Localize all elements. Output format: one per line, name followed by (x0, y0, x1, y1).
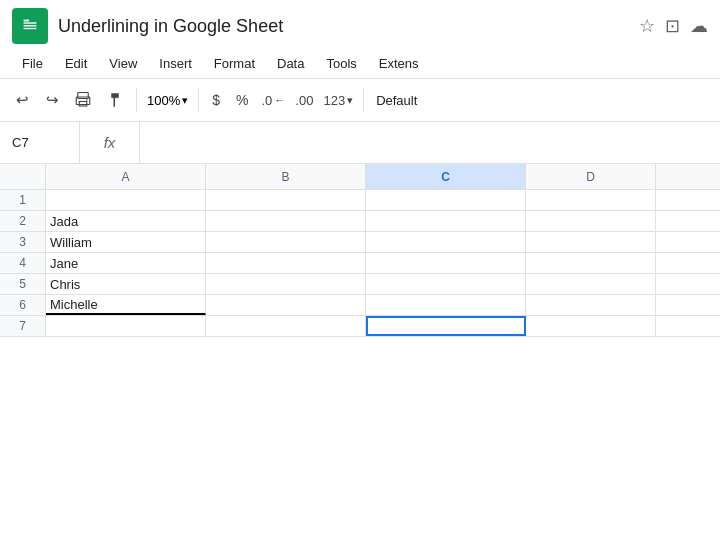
table-row: 4 Jane (0, 253, 720, 274)
currency-button[interactable]: $ (205, 89, 227, 111)
cell-b3[interactable] (206, 232, 366, 252)
cloud-icon[interactable]: ☁ (690, 15, 708, 37)
row-number: 6 (0, 295, 46, 315)
decimal-more-button[interactable]: .00 (291, 90, 317, 111)
cell-a1[interactable] (46, 190, 206, 210)
cell-a2[interactable]: Jada (46, 211, 206, 231)
svg-rect-1 (24, 22, 37, 23)
row-number: 4 (0, 253, 46, 273)
cell-d5[interactable] (526, 274, 656, 294)
menu-extensions[interactable]: Extens (369, 52, 429, 75)
title-icons: ☆ ⊡ ☁ (639, 15, 708, 37)
cell-d7[interactable] (526, 316, 656, 336)
cell-b4[interactable] (206, 253, 366, 273)
cell-reference[interactable]: C7 (0, 122, 80, 163)
cell-c1[interactable] (366, 190, 526, 210)
cell-d6[interactable] (526, 295, 656, 315)
cell-a6[interactable]: Michelle (46, 295, 206, 315)
cell-d4[interactable] (526, 253, 656, 273)
redo-button[interactable]: ↪ (38, 87, 66, 113)
menu-tools[interactable]: Tools (316, 52, 366, 75)
table-row: 5 Chris (0, 274, 720, 295)
table-row: 2 Jada (0, 211, 720, 232)
zoom-selector[interactable]: 100% ▾ (143, 91, 192, 110)
spreadsheet-grid: A B C D 1 2 Jada 3 William 4 (0, 164, 720, 337)
col-header-b[interactable]: B (206, 164, 366, 189)
cell-b5[interactable] (206, 274, 366, 294)
cell-d2[interactable] (526, 211, 656, 231)
col-header-a[interactable]: A (46, 164, 206, 189)
row-number: 2 (0, 211, 46, 231)
row-number: 5 (0, 274, 46, 294)
cell-b7[interactable] (206, 316, 366, 336)
table-row: 3 William (0, 232, 720, 253)
cell-c3[interactable] (366, 232, 526, 252)
cell-c5[interactable] (366, 274, 526, 294)
row-header-corner (0, 164, 46, 189)
menu-file[interactable]: File (12, 52, 53, 75)
svg-point-8 (86, 99, 88, 101)
toolbar-divider-2 (198, 88, 199, 112)
svg-rect-2 (24, 25, 37, 26)
svg-rect-3 (24, 28, 37, 29)
cell-a4[interactable]: Jane (46, 253, 206, 273)
menu-insert[interactable]: Insert (149, 52, 202, 75)
svg-rect-4 (24, 20, 29, 22)
folder-icon[interactable]: ⊡ (665, 15, 680, 37)
col-header-c[interactable]: C (366, 164, 526, 189)
star-icon[interactable]: ☆ (639, 15, 655, 37)
table-row: 6 Michelle (0, 295, 720, 316)
cell-d1[interactable] (526, 190, 656, 210)
menu-bar: File Edit View Insert Format Data Tools … (0, 48, 720, 78)
cell-b2[interactable] (206, 211, 366, 231)
toolbar-divider-3 (363, 88, 364, 112)
cell-b6[interactable] (206, 295, 366, 315)
svg-rect-7 (79, 102, 87, 107)
cell-b1[interactable] (206, 190, 366, 210)
cell-c4[interactable] (366, 253, 526, 273)
fx-icon: fx (80, 122, 140, 163)
cell-a3[interactable]: William (46, 232, 206, 252)
column-headers: A B C D (0, 164, 720, 190)
decimal-less-button[interactable]: .0 ← (258, 90, 290, 111)
cell-c6[interactable] (366, 295, 526, 315)
row-number: 3 (0, 232, 46, 252)
more-formats-button[interactable]: 123 ▾ (319, 90, 357, 111)
table-row: 1 (0, 190, 720, 211)
cell-a5[interactable]: Chris (46, 274, 206, 294)
font-selector[interactable]: Default (370, 91, 423, 110)
col-header-d[interactable]: D (526, 164, 656, 189)
cell-c7[interactable] (366, 316, 526, 336)
svg-rect-5 (78, 93, 89, 99)
paint-format-button[interactable] (100, 87, 130, 113)
cell-a7[interactable] (46, 316, 206, 336)
menu-data[interactable]: Data (267, 52, 314, 75)
cell-d3[interactable] (526, 232, 656, 252)
formula-input[interactable] (140, 122, 720, 163)
page-title: Underlining in Google Sheet (58, 16, 629, 37)
row-number: 1 (0, 190, 46, 210)
menu-format[interactable]: Format (204, 52, 265, 75)
menu-view[interactable]: View (99, 52, 147, 75)
formula-bar: C7 fx (0, 122, 720, 164)
toolbar-divider-1 (136, 88, 137, 112)
percent-button[interactable]: % (229, 89, 255, 111)
title-bar: Underlining in Google Sheet ☆ ⊡ ☁ (0, 0, 720, 48)
menu-edit[interactable]: Edit (55, 52, 97, 75)
row-number: 7 (0, 316, 46, 336)
toolbar: ↩ ↪ 100% ▾ $ % .0 ← .00 123 ▾ Default (0, 78, 720, 122)
print-button[interactable] (68, 87, 98, 113)
app-icon (12, 8, 48, 44)
cell-c2[interactable] (366, 211, 526, 231)
undo-button[interactable]: ↩ (8, 87, 36, 113)
table-row: 7 (0, 316, 720, 337)
